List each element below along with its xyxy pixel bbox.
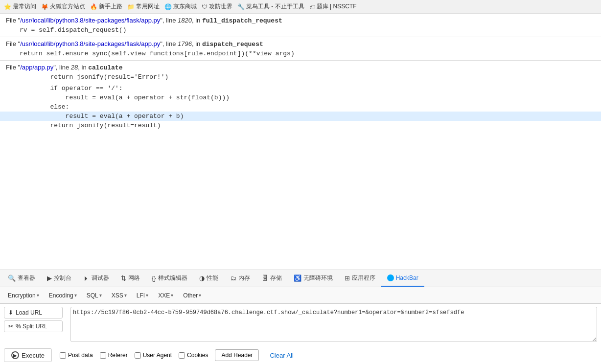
- accessibility-icon: ♿: [294, 274, 301, 282]
- bookmark-zuichang[interactable]: ⭐ 最常访问: [4, 2, 36, 11]
- bookmark-xinshou[interactable]: 🔥 新手上路: [90, 2, 122, 11]
- shield-icon: 🛡: [202, 3, 208, 10]
- tab-network[interactable]: ⇅ 网络: [115, 270, 146, 287]
- tab-storage[interactable]: 🗄 存储: [256, 270, 288, 287]
- hackbar-bottom-row: ▶ Execute Post data Referer User Agent C…: [0, 346, 601, 364]
- code-line-3f-highlight: result = eval(a + operator + b): [0, 112, 601, 121]
- globe-icon: 🌐: [164, 3, 172, 10]
- execute-button[interactable]: ▶ Execute: [4, 348, 52, 362]
- hackbar-menu-xxe[interactable]: XXE ▾: [154, 291, 177, 300]
- hackbar-menu-xss[interactable]: XSS ▾: [108, 291, 131, 300]
- main-container: ⭐ 最常访问 🦊 火狐官方站点 🔥 新手上路 📁 常用网址 🌐 京东商城 🛡 攻…: [0, 0, 601, 364]
- hackbar-menu-lfi[interactable]: LFI ▾: [133, 291, 152, 300]
- tab-memory[interactable]: 🗂 内存: [224, 270, 256, 287]
- code-line-3h: [0, 130, 601, 132]
- tab-application[interactable]: ⊞ 应用程序: [339, 270, 381, 287]
- tab-debugger[interactable]: ⏵ 调试器: [77, 270, 115, 287]
- load-url-label: Load URL: [16, 309, 42, 316]
- bookmark-label: 菜鸟工具 - 不止于工具: [246, 2, 304, 11]
- bookmark-changyong[interactable]: 📁 常用网址: [127, 2, 160, 11]
- menu-label: XXE: [158, 292, 170, 299]
- chevron-down-icon: ▾: [74, 293, 77, 298]
- bookmark-attack[interactable]: 🛡 攻防世界: [202, 2, 232, 11]
- bookmark-label: 最常访问: [13, 2, 36, 11]
- menu-label: Encryption: [8, 292, 36, 299]
- bookmark-nssctf[interactable]: 🏷 题库 | NSSCTF: [309, 2, 357, 11]
- tab-label: 内存: [238, 274, 250, 282]
- load-url-button[interactable]: ⬇ Load URL: [4, 307, 63, 318]
- chevron-down-icon: ▾: [171, 293, 173, 298]
- file-line-3: File "/app/app.py", line 28, in calculat…: [0, 63, 601, 72]
- hackbar-url-area: [70, 307, 597, 343]
- split-url-button[interactable]: ✂ % Split URL: [4, 320, 63, 332]
- hackbar-menu-other[interactable]: Other ▾: [179, 291, 205, 300]
- tab-label: 样式编辑器: [158, 274, 187, 282]
- memory-icon: 🗂: [230, 274, 236, 282]
- storage-icon: 🗄: [262, 274, 268, 282]
- chevron-down-icon: ▾: [199, 293, 201, 298]
- clear-all-label: Clear All: [270, 352, 293, 359]
- tab-console[interactable]: ▶ 控制台: [41, 270, 77, 287]
- traceback-block-1: File "/usr/local/lib/python3.8/site-pack…: [0, 14, 601, 37]
- bookmark-firefox[interactable]: 🦊 火狐官方站点: [41, 2, 85, 11]
- file-link-1[interactable]: /usr/local/lib/python3.8/site-packages/f…: [20, 17, 160, 24]
- referer-checkbox[interactable]: [100, 352, 106, 359]
- post-data-checkbox[interactable]: [60, 352, 66, 359]
- file-link-3[interactable]: /app/app.py: [20, 64, 53, 71]
- tab-style-editor[interactable]: {} 样式编辑器: [146, 270, 193, 287]
- bookmarks-bar: ⭐ 最常访问 🦊 火狐官方站点 🔥 新手上路 📁 常用网址 🌐 京东商城 🛡 攻…: [0, 0, 601, 14]
- performance-icon: ◑: [199, 274, 205, 282]
- checkbox-post-data[interactable]: Post data: [60, 352, 93, 359]
- tab-label: HackBar: [396, 274, 418, 281]
- checkbox-cookies[interactable]: Cookies: [179, 352, 208, 359]
- bookmark-label: 题库 | NSSCTF: [317, 2, 357, 11]
- inspector-icon: 🔍: [8, 274, 16, 282]
- tab-label: 性能: [207, 274, 218, 282]
- checkbox-referer[interactable]: Referer: [100, 352, 128, 359]
- fire-icon: 🔥: [90, 3, 97, 10]
- hackbar-icon: [387, 274, 394, 281]
- bookmark-label: 京东商城: [173, 2, 197, 11]
- tab-hackbar[interactable]: HackBar: [381, 270, 424, 287]
- tab-label: 存储: [270, 274, 282, 282]
- checkbox-user-agent[interactable]: User Agent: [135, 352, 172, 359]
- hackbar-menu-encryption[interactable]: Encryption ▾: [4, 291, 43, 300]
- tab-label: 查看器: [18, 274, 35, 282]
- menu-label: XSS: [112, 292, 123, 299]
- tab-accessibility[interactable]: ♿ 无障碍环境: [288, 270, 339, 287]
- bookmark-jd[interactable]: 🌐 京东商城: [164, 2, 197, 11]
- add-header-button[interactable]: Add Header: [215, 349, 259, 361]
- user-agent-checkbox[interactable]: [135, 352, 141, 359]
- bookmark-tools[interactable]: 🔧 菜鸟工具 - 不止于工具: [237, 2, 304, 11]
- hackbar-body: ⬇ Load URL ✂ % Split URL: [0, 304, 601, 346]
- scissors-icon: ✂: [8, 323, 13, 330]
- hackbar-menu-sql[interactable]: SQL ▾: [83, 291, 106, 300]
- console-icon: ▶: [47, 274, 52, 282]
- url-input[interactable]: [70, 307, 597, 342]
- code-line-3a: return jsonify(result='Error!'): [0, 72, 601, 82]
- bookmark-label: 新手上路: [99, 2, 122, 11]
- code-line-3e: else:: [0, 102, 601, 112]
- tab-label: 无障碍环境: [303, 274, 333, 282]
- folder-icon: 📁: [127, 3, 135, 10]
- hackbar-menu-encoding[interactable]: Encoding ▾: [45, 291, 81, 300]
- clear-all-button[interactable]: Clear All: [266, 350, 297, 361]
- tab-inspector[interactable]: 🔍 查看器: [2, 270, 41, 287]
- referer-label: Referer: [108, 352, 128, 359]
- tab-label: 网络: [128, 274, 140, 282]
- tab-label: 应用程序: [352, 274, 375, 282]
- chevron-down-icon: ▾: [146, 293, 148, 298]
- traceback-block-3: File "/app/app.py", line 28, in calculat…: [0, 61, 601, 134]
- file-link-2[interactable]: /usr/local/lib/python3.8/site-packages/f…: [20, 40, 160, 47]
- code-line-3d: result = eval(a + operator + str(float(b…: [0, 93, 601, 102]
- file-line-1: File "/usr/local/lib/python3.8/site-pack…: [0, 16, 601, 25]
- execute-icon: ▶: [11, 351, 19, 359]
- debugger-icon: ⏵: [83, 274, 90, 282]
- chevron-down-icon: ▾: [99, 293, 102, 298]
- post-data-label: Post data: [68, 352, 93, 359]
- bookmark-label: 攻防世界: [209, 2, 232, 11]
- firefox-icon: 🦊: [41, 3, 48, 10]
- tab-performance[interactable]: ◑ 性能: [193, 270, 224, 287]
- cookies-checkbox[interactable]: [179, 352, 185, 359]
- bookmark-label: 火狐官方站点: [50, 2, 85, 11]
